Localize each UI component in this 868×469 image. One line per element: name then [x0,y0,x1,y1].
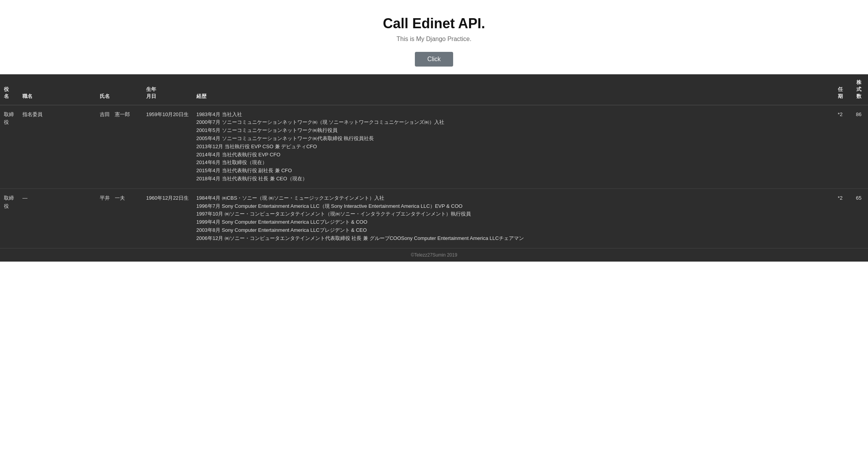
cell-career: 1983年4月 当社入社2000年7月 ソニーコミュニケーションネットワーク㈱（… [193,105,831,188]
cell-kabushiki: 86 [849,105,868,188]
career-line: 2014年4月 当社代表執行役 EVP CFO [196,151,827,159]
career-line: 1984年4月 ㈱CBS・ソニー（現 ㈱ソニー・ミュージックエンタテインメント）… [196,194,827,202]
career-line: 2000年7月 ソニーコミュニケーションネットワーク㈱（現 ソニーネットワークコ… [196,118,827,127]
table-body: 取締役指名委員吉田 憲一郎1959年10月20日生1983年4月 当社入社200… [0,105,868,248]
career-line: 1983年4月 当社入社 [196,111,827,119]
col-header-shokumei: 職名 [19,74,96,105]
page-subtitle: This is My Django Practice. [8,36,860,43]
col-header-shimei: 氏名 [96,74,142,105]
cell-ninki: *2 [831,188,849,248]
page-title: Call Edinet API. [8,15,860,32]
cell-birthdate: 1960年12月22日生 [142,188,193,248]
col-header-career: 経歴 [193,74,831,105]
career-line: 1997年10月 ㈱ソニー・コンピュータエンタテインメント（現㈱ソニー・インタラ… [196,210,827,218]
data-table: 役 名 職名 氏名 生年 月日 経歴 任 期 株 式 数 取締役指名委員吉田 憲… [0,74,868,248]
career-line: 2001年5月 ソニーコミュニケーションネットワーク㈱執行役員 [196,127,827,135]
header: Call Edinet API. This is My Django Pract… [0,0,868,74]
career-line: 2018年4月 当社代表執行役 社長 兼 CEO（現在） [196,175,827,183]
footer-credit: ©Telezz27Sumin 2019 [0,248,868,262]
cell-ninki: *2 [831,105,849,188]
cell-shokumei: ― [19,188,96,248]
career-line: 2014年6月 当社取締役（現在） [196,159,827,167]
col-header-kabushiki: 株 式 数 [849,74,868,105]
cell-yakumei: 取締役 [0,105,19,188]
cell-career: 1984年4月 ㈱CBS・ソニー（現 ㈱ソニー・ミュージックエンタテインメント）… [193,188,831,248]
career-line: 2015年4月 当社代表執行役 副社長 兼 CFO [196,167,827,175]
col-header-yakumei: 役 名 [0,74,19,105]
click-button[interactable]: Click [415,52,453,67]
career-line: 2006年12月 ㈱ソニー・コンピュータエンタテインメント代表取締役 社長 兼 … [196,234,827,243]
table-header: 役 名 職名 氏名 生年 月日 経歴 任 期 株 式 数 [0,74,868,105]
table-container: 役 名 職名 氏名 生年 月日 経歴 任 期 株 式 数 取締役指名委員吉田 憲… [0,74,868,262]
cell-yakumei: 取締役 [0,188,19,248]
career-line: 1996年7月 Sony Computer Entertainment Amer… [196,202,827,211]
cell-shokumei: 指名委員 [19,105,96,188]
career-line: 1999年4月 Sony Computer Entertainment Amer… [196,218,827,226]
cell-shimei: 吉田 憲一郎 [96,105,142,188]
cell-birthdate: 1959年10月20日生 [142,105,193,188]
career-line: 2003年8月 Sony Computer Entertainment Amer… [196,226,827,234]
table-row: 取締役指名委員吉田 憲一郎1959年10月20日生1983年4月 当社入社200… [0,105,868,188]
cell-kabushiki: 65 [849,188,868,248]
cell-shimei: 平井 一夫 [96,188,142,248]
table-row: 取締役―平井 一夫1960年12月22日生1984年4月 ㈱CBS・ソニー（現 … [0,188,868,248]
col-header-birthdate: 生年 月日 [142,74,193,105]
career-line: 2013年12月 当社執行役 EVP CSO 兼 デピュティCFO [196,143,827,151]
career-line: 2005年4月 ソニーコミュニケーションネットワーク㈱代表取締役 執行役員社長 [196,135,827,143]
col-header-ninki: 任 期 [831,74,849,105]
